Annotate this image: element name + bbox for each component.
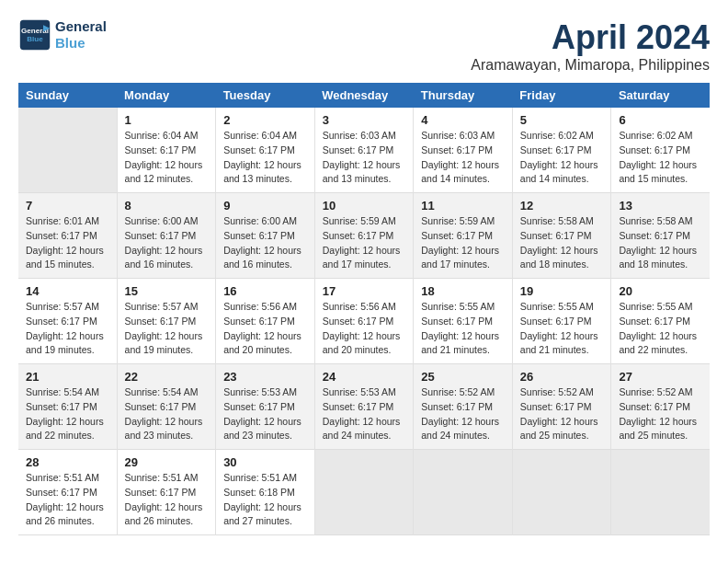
logo-icon: General Blue — [18, 18, 51, 52]
calendar-cell: 2Sunrise: 6:04 AMSunset: 6:17 PMDaylight… — [216, 108, 315, 193]
page-title: April 2024 — [471, 18, 710, 57]
calendar-cell: 22Sunrise: 5:54 AMSunset: 6:17 PMDayligh… — [117, 364, 216, 450]
day-number: 26 — [520, 370, 604, 384]
day-info: Sunrise: 5:54 AMSunset: 6:17 PMDaylight:… — [26, 385, 109, 443]
calendar-cell: 26Sunrise: 5:52 AMSunset: 6:17 PMDayligh… — [512, 364, 611, 450]
calendar-cell: 5Sunrise: 6:02 AMSunset: 6:17 PMDaylight… — [512, 108, 611, 193]
calendar-cell: 21Sunrise: 5:54 AMSunset: 6:17 PMDayligh… — [18, 364, 117, 450]
day-number: 22 — [125, 370, 209, 384]
day-number: 27 — [619, 370, 702, 384]
day-number: 19 — [520, 284, 604, 298]
day-info: Sunrise: 5:52 AMSunset: 6:17 PMDaylight:… — [619, 385, 702, 443]
day-info: Sunrise: 6:04 AMSunset: 6:17 PMDaylight:… — [223, 129, 307, 187]
calendar-cell: 24Sunrise: 5:53 AMSunset: 6:17 PMDayligh… — [314, 364, 414, 450]
day-number: 14 — [26, 284, 109, 298]
day-info: Sunrise: 6:03 AMSunset: 6:17 PMDaylight:… — [323, 129, 406, 187]
day-number: 24 — [323, 370, 406, 384]
day-info: Sunrise: 5:55 AMSunset: 6:17 PMDaylight:… — [421, 300, 505, 358]
day-number: 20 — [619, 284, 702, 298]
day-info: Sunrise: 6:03 AMSunset: 6:17 PMDaylight:… — [421, 129, 505, 187]
day-number: 1 — [125, 113, 209, 127]
day-number: 13 — [619, 199, 702, 213]
day-number: 7 — [26, 199, 109, 213]
day-info: Sunrise: 5:51 AMSunset: 6:18 PMDaylight:… — [223, 471, 307, 529]
week-row-1: 1Sunrise: 6:04 AMSunset: 6:17 PMDaylight… — [18, 108, 710, 193]
calendar-cell: 14Sunrise: 5:57 AMSunset: 6:17 PMDayligh… — [18, 279, 117, 364]
day-info: Sunrise: 5:58 AMSunset: 6:17 PMDaylight:… — [619, 214, 702, 272]
calendar-cell — [611, 450, 710, 535]
day-number: 3 — [323, 113, 406, 127]
calendar-cell: 19Sunrise: 5:55 AMSunset: 6:17 PMDayligh… — [512, 279, 611, 364]
column-header-tuesday: Tuesday — [216, 83, 315, 108]
day-number: 6 — [619, 113, 702, 127]
column-header-friday: Friday — [512, 83, 611, 108]
column-header-wednesday: Wednesday — [314, 83, 414, 108]
day-number: 5 — [520, 113, 604, 127]
week-row-2: 7Sunrise: 6:01 AMSunset: 6:17 PMDaylight… — [18, 193, 710, 279]
day-info: Sunrise: 6:01 AMSunset: 6:17 PMDaylight:… — [26, 214, 109, 272]
day-number: 4 — [421, 113, 505, 127]
calendar-cell: 3Sunrise: 6:03 AMSunset: 6:17 PMDaylight… — [314, 108, 414, 193]
day-number: 28 — [26, 455, 109, 469]
calendar-cell: 23Sunrise: 5:53 AMSunset: 6:17 PMDayligh… — [216, 364, 315, 450]
calendar-cell — [314, 450, 414, 535]
day-info: Sunrise: 5:58 AMSunset: 6:17 PMDaylight:… — [520, 214, 604, 272]
day-info: Sunrise: 6:02 AMSunset: 6:17 PMDaylight:… — [520, 129, 604, 187]
day-info: Sunrise: 6:00 AMSunset: 6:17 PMDaylight:… — [223, 214, 307, 272]
calendar-cell — [18, 108, 117, 193]
day-number: 12 — [520, 199, 604, 213]
day-info: Sunrise: 5:59 AMSunset: 6:17 PMDaylight:… — [421, 214, 505, 272]
calendar-cell: 16Sunrise: 5:56 AMSunset: 6:17 PMDayligh… — [216, 279, 315, 364]
calendar-cell: 15Sunrise: 5:57 AMSunset: 6:17 PMDayligh… — [117, 279, 216, 364]
day-info: Sunrise: 5:53 AMSunset: 6:17 PMDaylight:… — [223, 385, 307, 443]
calendar-cell: 7Sunrise: 6:01 AMSunset: 6:17 PMDaylight… — [18, 193, 117, 279]
day-number: 2 — [223, 113, 307, 127]
day-info: Sunrise: 5:51 AMSunset: 6:17 PMDaylight:… — [125, 471, 209, 529]
day-number: 30 — [223, 455, 307, 469]
day-info: Sunrise: 5:52 AMSunset: 6:17 PMDaylight:… — [421, 385, 505, 443]
calendar-cell — [512, 450, 611, 535]
day-number: 21 — [26, 370, 109, 384]
day-info: Sunrise: 5:51 AMSunset: 6:17 PMDaylight:… — [26, 471, 109, 529]
calendar-cell: 1Sunrise: 6:04 AMSunset: 6:17 PMDaylight… — [117, 108, 216, 193]
day-info: Sunrise: 5:57 AMSunset: 6:17 PMDaylight:… — [26, 300, 109, 358]
day-info: Sunrise: 5:55 AMSunset: 6:17 PMDaylight:… — [619, 300, 702, 358]
day-number: 23 — [223, 370, 307, 384]
day-info: Sunrise: 5:52 AMSunset: 6:17 PMDaylight:… — [520, 385, 604, 443]
calendar-cell: 29Sunrise: 5:51 AMSunset: 6:17 PMDayligh… — [117, 450, 216, 535]
title-area: April 2024 Aramawayan, Mimaropa, Philipp… — [471, 18, 710, 74]
day-info: Sunrise: 6:00 AMSunset: 6:17 PMDaylight:… — [125, 214, 209, 272]
calendar-cell: 25Sunrise: 5:52 AMSunset: 6:17 PMDayligh… — [414, 364, 513, 450]
logo: General Blue General Blue — [18, 18, 107, 52]
day-number: 8 — [125, 199, 209, 213]
svg-text:Blue: Blue — [27, 35, 43, 43]
week-row-4: 21Sunrise: 5:54 AMSunset: 6:17 PMDayligh… — [18, 364, 710, 450]
day-info: Sunrise: 6:04 AMSunset: 6:17 PMDaylight:… — [125, 129, 209, 187]
calendar-cell: 20Sunrise: 5:55 AMSunset: 6:17 PMDayligh… — [611, 279, 710, 364]
calendar-cell: 10Sunrise: 5:59 AMSunset: 6:17 PMDayligh… — [314, 193, 414, 279]
calendar-cell: 17Sunrise: 5:56 AMSunset: 6:17 PMDayligh… — [314, 279, 414, 364]
day-info: Sunrise: 5:55 AMSunset: 6:17 PMDaylight:… — [520, 300, 604, 358]
calendar-cell: 8Sunrise: 6:00 AMSunset: 6:17 PMDaylight… — [117, 193, 216, 279]
header: General Blue General Blue April 2024 Ara… — [18, 18, 710, 74]
calendar-table: SundayMondayTuesdayWednesdayThursdayFrid… — [18, 83, 710, 535]
day-number: 10 — [323, 199, 406, 213]
calendar-cell: 12Sunrise: 5:58 AMSunset: 6:17 PMDayligh… — [512, 193, 611, 279]
calendar-cell: 9Sunrise: 6:00 AMSunset: 6:17 PMDaylight… — [216, 193, 315, 279]
column-header-sunday: Sunday — [18, 83, 117, 108]
page-subtitle: Aramawayan, Mimaropa, Philippines — [471, 57, 710, 74]
calendar-cell: 28Sunrise: 5:51 AMSunset: 6:17 PMDayligh… — [18, 450, 117, 535]
day-number: 9 — [223, 199, 307, 213]
calendar-cell: 4Sunrise: 6:03 AMSunset: 6:17 PMDaylight… — [414, 108, 513, 193]
week-row-3: 14Sunrise: 5:57 AMSunset: 6:17 PMDayligh… — [18, 279, 710, 364]
day-number: 17 — [323, 284, 406, 298]
calendar-header-row: SundayMondayTuesdayWednesdayThursdayFrid… — [18, 83, 710, 108]
day-info: Sunrise: 5:57 AMSunset: 6:17 PMDaylight:… — [125, 300, 209, 358]
column-header-thursday: Thursday — [414, 83, 513, 108]
day-number: 29 — [125, 455, 209, 469]
day-info: Sunrise: 5:54 AMSunset: 6:17 PMDaylight:… — [125, 385, 209, 443]
day-number: 11 — [421, 199, 505, 213]
calendar-cell: 13Sunrise: 5:58 AMSunset: 6:17 PMDayligh… — [611, 193, 710, 279]
logo-text-line1: General — [55, 18, 107, 35]
day-info: Sunrise: 5:56 AMSunset: 6:17 PMDaylight:… — [223, 300, 307, 358]
